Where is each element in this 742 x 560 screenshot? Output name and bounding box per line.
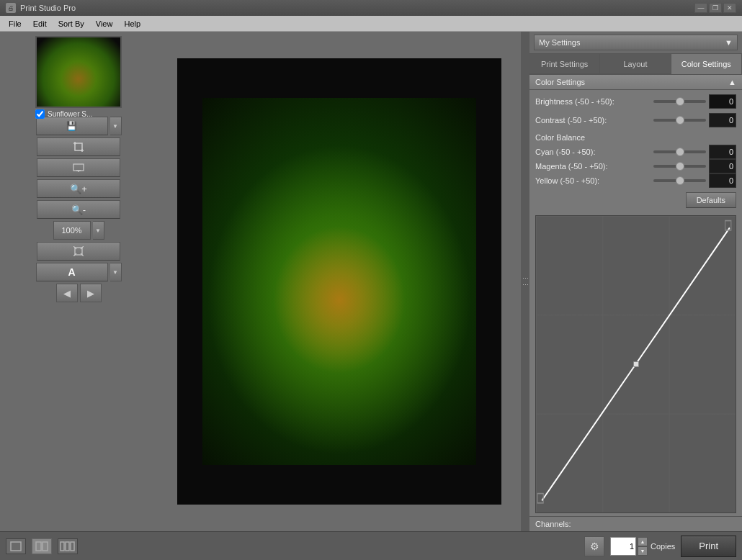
minimize-button[interactable]: —: [694, 3, 707, 13]
crop-button[interactable]: [37, 137, 120, 156]
magenta-track: [653, 165, 706, 168]
yellow-thumb[interactable]: [676, 176, 684, 185]
preset-label: My Settings: [539, 38, 580, 47]
app-icon: 🖨: [6, 3, 16, 13]
tab-color-settings[interactable]: Color Settings: [671, 54, 742, 74]
tab-layout[interactable]: Layout: [600, 54, 671, 74]
cyan-label: Cyan (-50 - +50):: [535, 148, 651, 156]
zoom-in-row: 🔍+: [3, 179, 154, 198]
window-controls: — ❐ ✕: [694, 3, 736, 13]
app-title: Print Studio Pro: [20, 4, 76, 12]
menu-view[interactable]: View: [90, 18, 119, 30]
menu-sortby[interactable]: Sort By: [53, 18, 90, 30]
thumbnail-canvas: [37, 37, 120, 107]
curves-area[interactable]: [535, 215, 736, 513]
fit-row: [3, 242, 154, 261]
color-balance-title: Color Balance: [535, 133, 585, 142]
yellow-slider-track[interactable]: [653, 176, 706, 186]
copies-spinner: ▲ ▼: [638, 537, 648, 556]
contrast-slider-track[interactable]: [653, 115, 706, 125]
tab-print-settings[interactable]: Print Settings: [529, 54, 600, 74]
thumbnail-label-row: Sunflower S...: [35, 109, 122, 119]
side-panel-handle[interactable]: ⋮⋮: [521, 32, 529, 531]
contrast-value[interactable]: 0: [709, 113, 736, 127]
print-canvas: [177, 58, 501, 505]
contrast-label: Contrast (-50 - +50):: [535, 116, 651, 125]
menu-bar: File Edit Sort By View Help: [0, 16, 742, 32]
tabs-bar: Print Settings Layout Color Settings: [529, 54, 742, 75]
text-tool-row: A ▼: [3, 263, 154, 281]
zoom-dropdown-button[interactable]: ▼: [93, 221, 104, 240]
defaults-button[interactable]: Defaults: [686, 192, 736, 208]
save-dropdown-button[interactable]: ▼: [110, 117, 122, 135]
view-triple-icon: [60, 541, 76, 551]
brightness-value[interactable]: 0: [709, 94, 736, 109]
copies-up-button[interactable]: ▲: [638, 537, 648, 546]
save-button[interactable]: 💾: [36, 117, 108, 135]
view-single-button[interactable]: [6, 538, 26, 554]
magenta-thumb[interactable]: [676, 162, 684, 171]
contrast-thumb[interactable]: [676, 116, 684, 125]
text-tool-button[interactable]: A: [36, 263, 108, 281]
side-handle-icon: ⋮⋮: [522, 275, 529, 288]
view-triple-button[interactable]: [58, 538, 78, 554]
zoom-value-display: 100%: [53, 221, 91, 240]
svg-rect-14: [537, 494, 543, 503]
svg-rect-19: [61, 542, 64, 551]
copies-input[interactable]: [610, 537, 636, 556]
yellow-track: [653, 179, 706, 182]
thumbnail-area: Sunflower S...: [35, 36, 122, 112]
next-button[interactable]: ▶: [80, 284, 102, 302]
fit-icon: [73, 246, 84, 256]
save-row: 💾 ▼: [3, 117, 154, 135]
zoom-out-row: 🔍-: [3, 200, 154, 219]
cyan-slider-track[interactable]: [653, 147, 706, 157]
preset-dropdown[interactable]: My Settings ▼: [534, 35, 738, 50]
right-panel: My Settings ▼ Print Settings Layout Colo…: [529, 32, 742, 531]
magenta-value[interactable]: 0: [709, 159, 736, 173]
brightness-thumb[interactable]: [676, 97, 684, 106]
text-dropdown-button[interactable]: ▼: [110, 263, 122, 281]
crop-icon: [73, 142, 84, 152]
fit-button[interactable]: [37, 242, 120, 261]
close-button[interactable]: ✕: [723, 3, 736, 13]
cyan-thumb[interactable]: [676, 148, 684, 156]
main-area: Sunflower S... 💾 ▼: [0, 32, 742, 531]
settings-button[interactable]: ⚙: [584, 536, 604, 556]
color-settings-header: Color Settings ▲: [529, 75, 742, 90]
prev-button[interactable]: ◀: [56, 284, 78, 302]
color-settings-collapse-icon[interactable]: ▲: [728, 78, 736, 86]
svg-rect-17: [36, 542, 41, 551]
view-double-button[interactable]: [32, 538, 52, 554]
contrast-track: [653, 119, 706, 122]
brightness-slider-track[interactable]: [653, 96, 706, 107]
preset-bar: My Settings ▼: [529, 32, 742, 54]
zoom-out-button[interactable]: 🔍-: [37, 200, 120, 219]
color-settings-title: Color Settings: [535, 78, 585, 86]
copies-down-button[interactable]: ▼: [638, 546, 648, 556]
curve-control-point[interactable]: [633, 361, 639, 367]
monitor-button[interactable]: [37, 158, 120, 177]
left-toolbar: Sunflower S... 💾 ▼: [0, 32, 157, 531]
magenta-slider-track[interactable]: [653, 161, 706, 171]
svg-rect-20: [66, 542, 69, 551]
title-bar: 🖨 Print Studio Pro — ❐ ✕: [0, 0, 742, 16]
svg-rect-21: [71, 542, 74, 551]
thumbnail-checkbox[interactable]: [35, 109, 45, 119]
menu-help[interactable]: Help: [118, 18, 146, 30]
menu-edit[interactable]: Edit: [27, 18, 53, 30]
contrast-row: Contrast (-50 - +50): 0: [535, 113, 736, 127]
color-balance-section: Color Balance Cyan (-50 - +50): 0 Magent…: [535, 133, 736, 188]
yellow-value[interactable]: 0: [709, 173, 736, 188]
zoom-in-button[interactable]: 🔍+: [37, 179, 120, 198]
preset-dropdown-arrow: ▼: [725, 38, 733, 47]
menu-file[interactable]: File: [3, 18, 27, 30]
zoom-in-icon: 🔍+: [70, 184, 87, 194]
channels-label: Channels:: [535, 520, 571, 528]
cyan-track: [653, 150, 706, 153]
magenta-row: Magenta (-50 - +50): 0: [535, 159, 736, 173]
cyan-value[interactable]: 0: [709, 145, 736, 159]
yellow-row: Yellow (-50 - +50): 0: [535, 173, 736, 188]
print-button[interactable]: Print: [681, 536, 736, 557]
restore-button[interactable]: ❐: [709, 3, 722, 13]
